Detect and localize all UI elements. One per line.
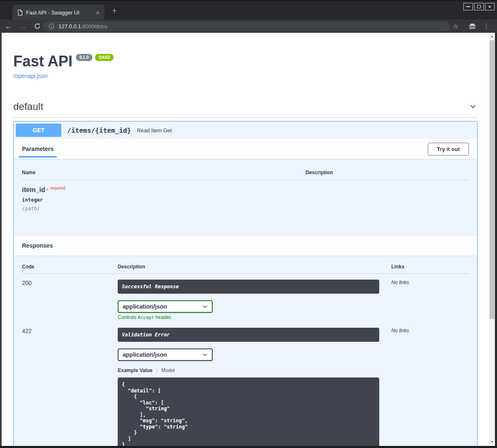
column-links: Links	[391, 264, 404, 270]
scrollbar-thumb[interactable]	[490, 40, 495, 319]
api-info: Fast API 0.1.0 OAS3 /openapi.json	[13, 53, 478, 79]
media-type-select[interactable]: application/json	[118, 300, 213, 313]
swagger-page: Fast API 0.1.0 OAS3 /openapi.json defaul…	[2, 33, 489, 446]
response-row-200: 200 Successful Response application/json…	[22, 274, 469, 320]
incognito-icon	[468, 19, 476, 33]
get-operation-block: GET /items/{item_id} Read Item Get Param…	[13, 121, 478, 446]
reload-icon[interactable]	[34, 23, 41, 29]
response-description-box: Validation Error	[118, 328, 379, 342]
media-type-value: application/json	[123, 351, 167, 358]
tab-title: Fast API - Swagger UI	[26, 10, 94, 16]
operation-path: /items/{item_id}	[67, 127, 131, 134]
parameter-type: integer	[22, 197, 469, 203]
tab-model[interactable]: Model	[161, 368, 175, 373]
column-description: Description	[118, 264, 391, 270]
parameters-section-header: Parameters Try it out	[14, 139, 477, 159]
tab-separator	[157, 368, 157, 373]
window-border-right	[495, 33, 497, 448]
maximize-button[interactable]	[474, 3, 484, 10]
openapi-spec-link[interactable]: /openapi.json	[13, 73, 478, 79]
page-scrollbar[interactable]: ▲ ▼	[489, 33, 495, 446]
version-badge: 0.1.0	[76, 54, 92, 61]
minimize-button[interactable]	[463, 3, 473, 10]
tag-section-header[interactable]: default	[13, 101, 478, 118]
example-json-code: { "detail": [ { "loc": [ "string" ], "ms…	[122, 382, 375, 446]
page-icon	[17, 10, 22, 16]
url-text[interactable]: 127.0.0.1:8000/docs	[58, 23, 107, 29]
parameter-name: item_id	[22, 186, 45, 193]
api-title: Fast API	[13, 53, 73, 70]
tab-example-value[interactable]: Example Value	[118, 368, 153, 373]
example-model-tabs: Example Value Model	[118, 368, 391, 373]
scroll-up-icon[interactable]: ▲	[489, 34, 495, 39]
required-asterisk: *	[46, 187, 48, 193]
maximize-icon	[477, 5, 481, 8]
column-code: Code	[22, 264, 118, 270]
responses-section-header: Responses	[14, 236, 477, 256]
window-border-bottom	[0, 446, 497, 448]
oas3-badge: OAS3	[95, 54, 114, 61]
column-description: Description	[305, 170, 333, 175]
parameters-table-header: Name Description	[22, 170, 469, 180]
required-label: required	[50, 186, 65, 190]
url-rest: :8000/docs	[81, 23, 107, 29]
response-code: 422	[22, 328, 118, 446]
tab-parameters[interactable]: Parameters	[22, 146, 53, 152]
operation-summary[interactable]: GET /items/{item_id} Read Item Get	[14, 122, 477, 139]
tag-name: default	[13, 101, 43, 112]
chevron-down-icon	[202, 304, 208, 309]
get-method-button[interactable]: GET	[16, 124, 61, 137]
responses-table: Code Description Links 200 Successful Re…	[14, 256, 477, 446]
address-bar[interactable]: i 127.0.0.1:8000/docs	[43, 21, 450, 32]
chevron-down-icon	[202, 352, 208, 358]
scroll-down-icon[interactable]: ▼	[489, 439, 495, 445]
window-border-left	[0, 33, 2, 448]
forward-icon[interactable]: →	[19, 23, 27, 30]
titlebar: Fast API - Swagger UI × + ×	[0, 0, 497, 19]
response-links: No links	[391, 280, 469, 320]
response-links: No links	[391, 328, 469, 446]
parameter-row: item_id*required integer (path)	[22, 180, 469, 212]
url-host: 127.0.0.1	[58, 23, 81, 29]
example-json-block[interactable]: { "detail": [ { "loc": [ "string" ], "ms…	[118, 377, 379, 446]
close-button[interactable]: ×	[485, 3, 495, 10]
response-description-box: Successful Response	[118, 280, 379, 294]
tab-close-icon[interactable]: ×	[94, 9, 101, 16]
operation-summary-text: Read Item Get	[137, 127, 172, 134]
parameter-location: (path)	[22, 206, 469, 212]
browser-tab[interactable]: Fast API - Swagger UI ×	[12, 5, 104, 20]
parameters-table: Name Description item_id*required intege…	[14, 159, 477, 236]
browser-toolbar: ← → i 127.0.0.1:8000/docs ☆ ⋮	[0, 19, 497, 33]
chevron-down-icon[interactable]	[468, 102, 478, 111]
response-code: 200	[22, 280, 118, 320]
try-it-out-button[interactable]: Try it out	[428, 143, 469, 156]
accept-header-note: Controls Accept header.	[118, 314, 391, 320]
media-type-value: application/json	[123, 303, 167, 310]
browser-menu-icon[interactable]: ⋮	[483, 19, 490, 33]
new-tab-button[interactable]: +	[109, 6, 120, 16]
responses-title: Responses	[22, 242, 53, 249]
window-controls: ×	[463, 3, 495, 10]
responses-table-header: Code Description Links	[22, 264, 469, 274]
accept-code: Accept	[138, 315, 154, 320]
bookmark-star-icon[interactable]: ☆	[453, 19, 461, 33]
info-icon[interactable]: i	[49, 24, 54, 29]
response-row-422: 422 Validation Error application/json Ex…	[22, 320, 469, 446]
media-type-select[interactable]: application/json	[118, 348, 213, 361]
column-name: Name	[22, 170, 305, 175]
back-icon[interactable]: ←	[5, 23, 12, 30]
minimize-icon	[466, 6, 470, 7]
